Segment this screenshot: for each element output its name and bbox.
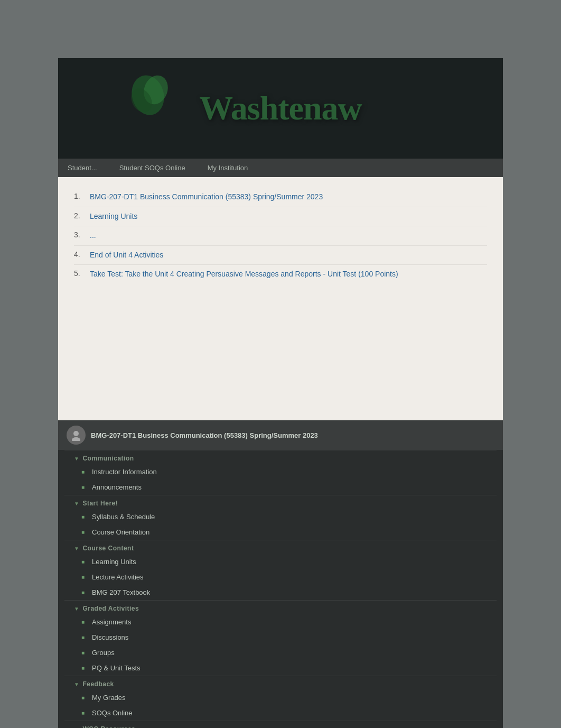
nav-bar: Student... Student SOQs Online My Instit… [58, 159, 503, 177]
main-content: 1. BMG-207-DT1 Business Communication (5… [58, 177, 503, 420]
bullet-icon: ■ [81, 619, 88, 625]
top-area [0, 0, 561, 58]
sidebar-item-my-grades[interactable]: ■ My Grades [58, 690, 503, 705]
sidebar-item-label-soqs: SOQs Online [92, 709, 133, 717]
breadcrumb-list: 1. BMG-207-DT1 Business Communication (5… [74, 188, 487, 284]
bullet-icon: ■ [81, 469, 88, 475]
sidebar-section-label-graded: Graded Activities [82, 605, 139, 612]
chevron-down-icon: ▼ [74, 681, 79, 687]
svg-point-3 [73, 431, 79, 436]
sidebar-item-textbook[interactable]: ■ BMG 207 Textbook [58, 585, 503, 600]
breadcrumb-num-5: 5. [74, 269, 90, 278]
bullet-icon: ■ [81, 650, 88, 656]
breadcrumb-item-3: 3. ... [74, 226, 487, 246]
breadcrumb-link-3[interactable]: ... [90, 231, 96, 241]
sidebar-panel: BMG-207-DT1 Business Communication (5538… [58, 420, 503, 728]
sidebar-section-graded[interactable]: ▼ Graded Activities [58, 601, 503, 614]
sidebar-item-label-syllabus: Syllabus & Schedule [92, 513, 155, 521]
svg-point-4 [72, 437, 80, 441]
bullet-icon: ■ [81, 695, 88, 701]
sidebar-section-communication[interactable]: ▼ Communication [58, 450, 503, 464]
breadcrumb-item-1: 1. BMG-207-DT1 Business Communication (5… [74, 188, 487, 207]
sidebar-item-syllabus[interactable]: ■ Syllabus & Schedule [58, 509, 503, 524]
sidebar-item-course-orientation[interactable]: ■ Course Orientation [58, 524, 503, 540]
sidebar-section-label-communication: Communication [82, 455, 134, 462]
leaf-icon [127, 74, 169, 116]
banner-container: Washtenaw [58, 58, 503, 159]
breadcrumb-item-4: 4. End of Unit 4 Activities [74, 246, 487, 265]
sidebar-item-label-lecture: Lecture Activities [92, 573, 144, 581]
sidebar-section-label-start-here: Start Here! [82, 500, 118, 507]
bullet-icon: ■ [81, 484, 88, 490]
sidebar-item-announcements[interactable]: ■ Announcements [58, 480, 503, 495]
sidebar-item-label-orientation: Course Orientation [92, 528, 149, 536]
bullet-icon: ■ [81, 665, 88, 671]
sidebar-section-course-content[interactable]: ▼ Course Content [58, 540, 503, 554]
sidebar-item-discussions[interactable]: ■ Discussions [58, 630, 503, 645]
chevron-down-icon: ▼ [74, 726, 79, 729]
sidebar-section-start-here[interactable]: ▼ Start Here! [58, 495, 503, 509]
chevron-down-icon: ▼ [74, 456, 79, 462]
breadcrumb-item-2: 2. Learning Units [74, 207, 487, 227]
breadcrumb-num-1: 1. [74, 192, 90, 200]
sidebar-section-label-feedback: Feedback [82, 680, 114, 688]
sidebar-item-lecture-activities[interactable]: ■ Lecture Activities [58, 569, 503, 585]
bullet-icon: ■ [81, 589, 88, 595]
sidebar-item-learning-units[interactable]: ■ Learning Units [58, 554, 503, 569]
breadcrumb-link-4[interactable]: End of Unit 4 Activities [90, 250, 163, 261]
breadcrumb-link-1[interactable]: BMG-207-DT1 Business Communication (5538… [90, 192, 323, 202]
user-icon [70, 429, 82, 441]
sidebar-item-label-pq: PQ & Unit Tests [92, 664, 141, 672]
bullet-icon: ■ [81, 559, 88, 565]
breadcrumb-num-2: 2. [74, 211, 90, 220]
bullet-icon: ■ [81, 710, 88, 716]
sidebar-section-wcc[interactable]: ▼ WCC Resources [58, 721, 503, 728]
breadcrumb-item-5: 5. Take Test: Take the Unit 4 Creating P… [74, 265, 487, 284]
breadcrumb-link-5[interactable]: Take Test: Take the Unit 4 Creating Pers… [90, 269, 398, 280]
breadcrumb-num-3: 3. [74, 231, 90, 239]
sidebar-item-label-learning-units: Learning Units [92, 558, 136, 566]
chevron-down-icon: ▼ [74, 546, 79, 551]
breadcrumb-num-4: 4. [74, 250, 90, 259]
banner-logo: Washtenaw [58, 58, 503, 159]
bullet-icon: ■ [81, 574, 88, 580]
sidebar-item-pq-unit-tests[interactable]: ■ PQ & Unit Tests [58, 660, 503, 676]
sidebar-item-label-instructor: Instructor Information [92, 468, 157, 476]
chevron-down-icon: ▼ [74, 606, 79, 612]
sidebar-section-feedback[interactable]: ▼ Feedback [58, 676, 503, 690]
sidebar-item-soqs-online[interactable]: ■ SOQs Online [58, 705, 503, 721]
sidebar-course-title: BMG-207-DT1 Business Communication (5538… [91, 431, 318, 439]
nav-item-soqs[interactable]: Student SOQs Online [116, 162, 189, 174]
avatar [67, 426, 86, 445]
sidebar-item-instructor-information[interactable]: ■ Instructor Information [58, 464, 503, 480]
bullet-icon: ■ [81, 529, 88, 535]
bullet-icon: ■ [81, 514, 88, 520]
nav-item-student[interactable]: Student... [64, 162, 100, 174]
sidebar-item-groups[interactable]: ■ Groups [58, 645, 503, 660]
sidebar-item-label-grades: My Grades [92, 694, 126, 702]
sidebar-header: BMG-207-DT1 Business Communication (5538… [58, 420, 503, 450]
nav-item-institution[interactable]: My Institution [204, 162, 251, 174]
sidebar-item-label-textbook: BMG 207 Textbook [92, 588, 150, 596]
sidebar-item-assignments[interactable]: ■ Assignments [58, 614, 503, 630]
banner-school-name: Washtenaw [199, 89, 362, 128]
bullet-icon: ■ [81, 634, 88, 640]
chevron-down-icon: ▼ [74, 501, 79, 506]
sidebar-item-label-discussions: Discussions [92, 633, 128, 641]
sidebar-section-label-course-content: Course Content [82, 545, 134, 552]
sidebar-item-label-groups: Groups [92, 649, 115, 657]
sidebar-item-label-announcements: Announcements [92, 483, 142, 491]
sidebar-section-label-wcc: WCC Resources [82, 725, 135, 728]
sidebar-item-label-assignments: Assignments [92, 618, 131, 626]
breadcrumb-link-2[interactable]: Learning Units [90, 211, 137, 222]
